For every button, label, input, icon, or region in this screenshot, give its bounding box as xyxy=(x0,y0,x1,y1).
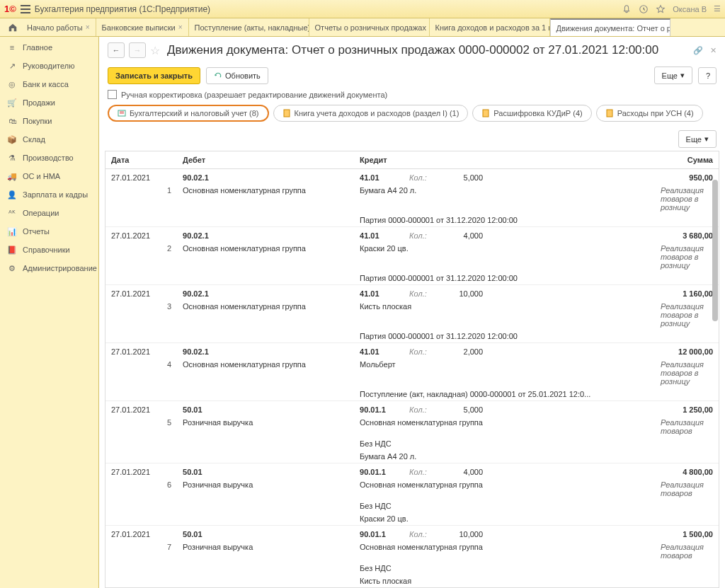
subtab-3[interactable]: Расходы при УСН (4) xyxy=(596,105,703,122)
table-row[interactable]: 4Основная номенклатурная группаМольбертР… xyxy=(105,358,719,388)
ops-icon: ᴬᴷ xyxy=(7,208,17,218)
nav-menu[interactable]: ≡Главное xyxy=(0,38,98,57)
manual-correction-checkbox[interactable] xyxy=(108,90,117,99)
table-row[interactable]: 27.01.202190.02.141.01Кол.:10,0001 160,0… xyxy=(105,285,719,301)
user-dropdown-icon[interactable]: ☰ xyxy=(714,4,721,13)
titlebar: 1© Бухгалтерия предприятия (1С:Предприят… xyxy=(0,0,725,18)
table-row[interactable]: 27.01.202190.02.141.01Кол.:2,00012 000,0… xyxy=(105,343,719,359)
table-row[interactable]: Партия 0000-000001 от 31.12.2020 12:00:0… xyxy=(105,272,719,285)
table-row[interactable]: Без НДС xyxy=(105,437,719,450)
nav-cart[interactable]: 🛒Продажи xyxy=(0,93,98,112)
logo-1c: 1© xyxy=(4,4,16,14)
table-row[interactable]: 2Основная номенклатурная группаКраски 20… xyxy=(105,242,719,272)
subtab-icon xyxy=(605,109,614,117)
grid-more-button[interactable]: Еще ▾ xyxy=(678,130,717,148)
table-row[interactable]: 7Розничная выручкаОсновная номенклатурна… xyxy=(105,541,719,562)
tabbar: Начало работы ×Банковские выписки ×Посту… xyxy=(0,18,725,37)
report-icon: 📊 xyxy=(7,226,17,236)
favorite-star-icon[interactable]: ☆ xyxy=(150,44,160,57)
table-row[interactable]: 6Розничная выручкаОсновная номенклатурна… xyxy=(105,478,719,500)
back-button[interactable]: ← xyxy=(108,42,125,58)
table-row[interactable]: 5Розничная выручкаОсновная номенклатурна… xyxy=(105,416,719,437)
main-content: ← → ☆ Движения документа: Отчет о рознич… xyxy=(99,37,725,588)
star-icon[interactable] xyxy=(656,4,666,14)
nav-truck[interactable]: 🚚ОС и НМА xyxy=(0,167,98,185)
tab-5[interactable]: Движения документа: Отчет о розничн... × xyxy=(550,18,670,36)
help-button[interactable]: ? xyxy=(698,67,717,84)
user-label[interactable]: Оксана В xyxy=(673,5,707,13)
table-row[interactable]: Партия 0000-000001 от 31.12.2020 12:00:0… xyxy=(105,214,719,227)
nav-gear[interactable]: ⚙Администрирование xyxy=(0,259,98,277)
scrollbar-thumb[interactable] xyxy=(712,180,718,321)
tab-0[interactable]: Начало работы × xyxy=(21,18,96,36)
more-button[interactable]: Еще ▾ xyxy=(654,67,692,84)
tab-close-icon[interactable]: × xyxy=(178,23,183,31)
nav-chart[interactable]: ↗Руководителю xyxy=(0,57,98,75)
chart-icon: ↗ xyxy=(7,61,17,71)
subtab-icon xyxy=(481,109,490,117)
table-row[interactable]: Без НДС xyxy=(105,562,719,575)
col-sum[interactable]: Сумма xyxy=(655,151,719,169)
table-row[interactable]: Партия 0000-000001 от 31.12.2020 12:00:0… xyxy=(105,330,719,343)
col-credit[interactable]: Кредит xyxy=(354,151,404,169)
save-close-button[interactable]: Записать и закрыть xyxy=(108,67,200,84)
close-icon[interactable]: ✕ xyxy=(710,46,717,55)
subtab-2[interactable]: Расшифровка КУДиР (4) xyxy=(472,105,591,122)
tab-close-icon[interactable]: × xyxy=(86,23,90,31)
factory-icon: ⚗ xyxy=(7,153,17,163)
table-row[interactable]: 27.01.202190.02.141.01Кол.:5,000950,00 xyxy=(105,169,719,185)
page-title: Движения документа: Отчет о розничных пр… xyxy=(167,43,658,57)
book-icon: 📕 xyxy=(7,245,17,255)
tab-2[interactable]: Поступление (акты, накладные) × xyxy=(189,18,309,36)
link-icon[interactable]: 🔗 xyxy=(693,46,703,55)
menu-icon[interactable] xyxy=(21,5,30,13)
svg-rect-4 xyxy=(607,110,612,117)
box-icon: 📦 xyxy=(7,134,17,144)
truck-icon: 🚚 xyxy=(7,171,17,181)
coin-icon: ◎ xyxy=(7,79,17,89)
table-row[interactable]: 27.01.202150.0190.01.1Кол.:4,0004 800,00 xyxy=(105,463,719,479)
table-row[interactable]: Бумага А4 20 л. xyxy=(105,450,719,463)
nav-coin[interactable]: ◎Банк и касса xyxy=(0,75,98,93)
nav-factory[interactable]: ⚗Производство xyxy=(0,149,98,167)
table-row[interactable]: Кисть плоская xyxy=(105,575,719,588)
forward-button[interactable]: → xyxy=(129,42,146,58)
table-row[interactable]: 27.01.202150.0190.01.1Кол.:10,0001 500,0… xyxy=(105,526,719,541)
tab-1[interactable]: Банковские выписки × xyxy=(96,18,189,36)
table-row[interactable]: Поступление (акт, накладная) 0000-000001… xyxy=(105,388,719,401)
history-icon[interactable] xyxy=(639,4,649,14)
table-row[interactable]: 27.01.202190.02.141.01Кол.:4,0003 680,00 xyxy=(105,227,719,243)
nav-report[interactable]: 📊Отчеты xyxy=(0,222,98,241)
gear-icon: ⚙ xyxy=(7,263,17,273)
subtab-1[interactable]: Книга учета доходов и расходов (раздел I… xyxy=(273,105,469,122)
subtab-0[interactable]: Бухгалтерский и налоговый учет (8) xyxy=(108,105,269,122)
nav-box[interactable]: 📦Склад xyxy=(0,130,98,149)
refresh-icon xyxy=(214,71,222,80)
svg-rect-3 xyxy=(483,110,489,117)
home-tab[interactable] xyxy=(4,18,21,36)
tab-3[interactable]: Отчеты о розничных продажах × xyxy=(309,18,430,36)
nav-ops[interactable]: ᴬᴷОперации xyxy=(0,204,98,222)
home-icon xyxy=(8,23,18,33)
nav-cart2[interactable]: 🛍Покупки xyxy=(0,112,98,130)
col-debit[interactable]: Дебет xyxy=(177,151,354,169)
table-row[interactable]: 1Основная номенклатурная группаБумага А4… xyxy=(105,184,719,214)
col-date[interactable]: Дата xyxy=(105,151,156,169)
table-row[interactable]: 3Основная номенклатурная группаКисть пло… xyxy=(105,300,719,330)
bell-icon[interactable] xyxy=(622,4,632,14)
accounting-grid[interactable]: Дата Дебет Кредит Сумма 27.01.202190.02.… xyxy=(105,151,719,588)
table-row[interactable]: Без НДС xyxy=(105,500,719,512)
refresh-button[interactable]: Обновить xyxy=(206,67,268,84)
person-icon: 👤 xyxy=(7,190,17,200)
chevron-down-icon: ▾ xyxy=(680,71,685,80)
nav-person[interactable]: 👤Зарплата и кадры xyxy=(0,185,98,204)
menu-icon: ≡ xyxy=(7,42,17,52)
app-title: Бухгалтерия предприятия (1С:Предприятие) xyxy=(35,4,210,14)
svg-rect-2 xyxy=(284,110,290,117)
manual-correction-label: Ручная корректировка (разрешает редактир… xyxy=(121,91,387,99)
table-row[interactable]: 27.01.202150.0190.01.1Кол.:5,0001 250,00 xyxy=(105,401,719,417)
tab-4[interactable]: Книга доходов и расходов за 1 квартал...… xyxy=(430,18,550,36)
chevron-down-icon: ▾ xyxy=(704,134,709,144)
nav-book[interactable]: 📕Справочники xyxy=(0,241,98,259)
table-row[interactable]: Краски 20 цв. xyxy=(105,512,719,526)
